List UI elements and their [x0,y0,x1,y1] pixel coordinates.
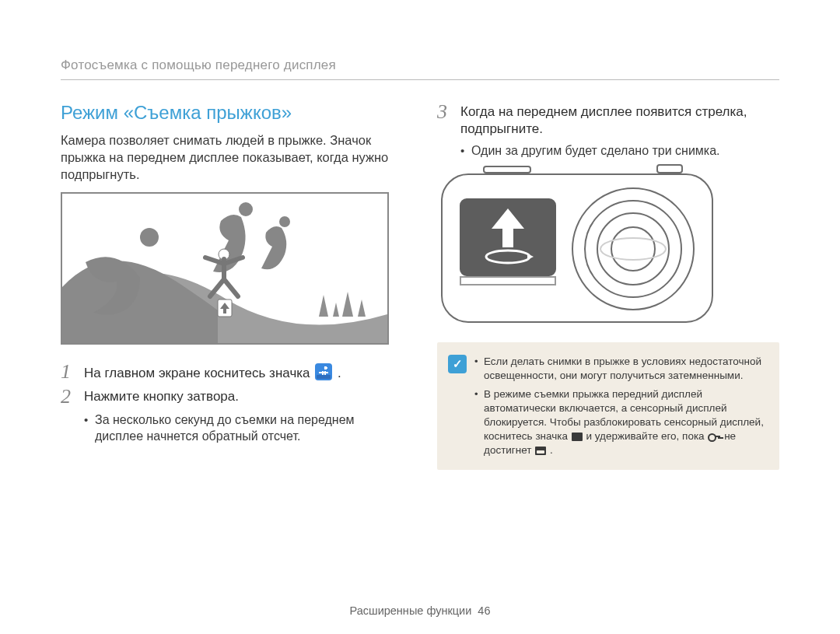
svg-rect-6 [484,166,530,173]
step-1-number: 1 [61,362,84,382]
svg-point-1 [140,228,159,247]
intro-paragraph: Камера позволяет снимать людей в прыжке.… [61,131,403,183]
bullet-dot: • [84,412,95,428]
step-2-bullet: • За несколько секунд до съемки на перед… [84,412,403,444]
header-rule [61,79,779,80]
footer-page-number: 46 [478,604,490,617]
svg-point-13 [600,238,666,260]
step-2-number: 2 [61,387,84,407]
step-2-text: Нажмите кнопку затвора. [84,387,239,405]
right-column: 3 Когда на переднем дисплее появится стр… [437,102,779,470]
left-column: Режим «Съемка прыжков» Камера позволяет … [61,102,403,470]
step-1-text: На главном экране коснитесь значка . [84,362,341,382]
step-3-text: Когда на переднем дисплее появится стрел… [460,102,779,138]
note-item-2: • В режиме съемки прыжка передний диспле… [474,387,765,457]
step-1: 1 На главном экране коснитесь значка . [61,362,403,382]
svg-point-10 [585,201,681,297]
step-3-number: 3 [437,102,460,122]
section-title: Режим «Съемка прыжков» [61,102,403,124]
note-item-1-text: Если делать снимки в прыжке в условиях н… [484,355,765,383]
bullet-dot: • [474,355,484,369]
jump-scene-svg [62,194,387,343]
step-1-text-before: На главном экране коснитесь значка [84,366,313,380]
step-3-bullet-text: Один за другим будет сделано три снимка. [471,142,720,159]
svg-rect-15 [460,277,555,285]
unlock-icon [535,447,546,455]
camera-svg [437,163,717,327]
breadcrumb-header: Фотосъемка с помощью переднего дисплея [61,58,779,79]
step-1-text-after: . [338,366,341,380]
step-2-bullet-text: За несколько секунд до съемки на передне… [95,412,403,444]
step-3: 3 Когда на переднем дисплее появится стр… [437,102,779,138]
note-item-2-text: В режиме съемки прыжка передний дисплей … [484,387,765,457]
note-list: • Если делать снимки в прыжке в условиях… [474,355,765,457]
note-badge-icon: ✓ [448,355,467,373]
svg-point-12 [611,227,655,271]
lock-icon [572,433,583,441]
bullet-dot: • [474,387,484,401]
note2-mid: и удерживайте его, пока [586,430,708,442]
svg-rect-7 [657,165,682,173]
step-3-bullet: • Один за другим будет сделано три снимк… [460,142,779,159]
bullet-dot: • [460,142,471,159]
key-icon [708,432,720,441]
svg-point-2 [239,202,253,216]
svg-point-9 [572,188,694,310]
page-footer: Расширенные функции 46 [0,604,840,617]
svg-point-3 [279,216,290,227]
jump-scene-illustration [61,192,389,345]
jump-mode-icon [315,363,332,380]
note-box: ✓ • Если делать снимки в прыжке в услови… [437,342,779,470]
camera-illustration [437,163,717,330]
note2-end: . [550,444,553,456]
svg-point-11 [597,213,669,285]
note-item-1: • Если делать снимки в прыжке в условиях… [474,355,765,383]
step-2: 2 Нажмите кнопку затвора. [61,387,403,407]
footer-section: Расширенные функции [350,604,472,617]
